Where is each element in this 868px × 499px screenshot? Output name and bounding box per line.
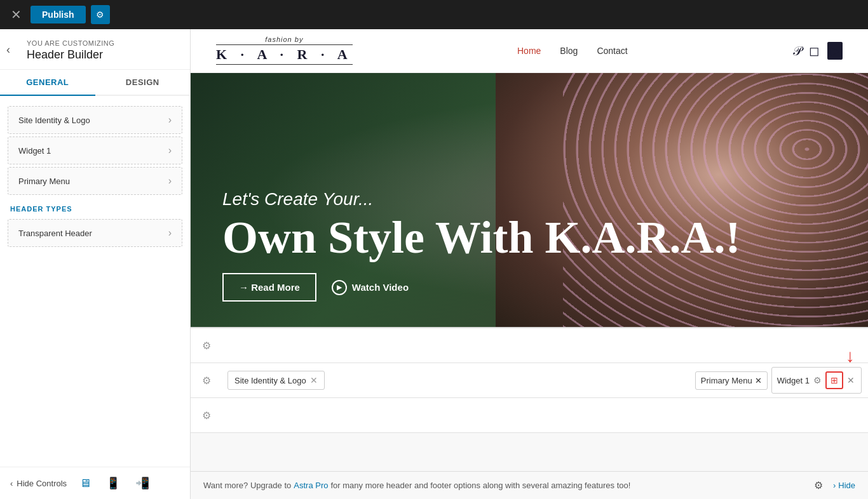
sidebar-item-transparent-header[interactable]: Transparent Header › [8,219,182,247]
device-mobile-button[interactable]: 📲 [133,474,152,493]
primary-menu-chip[interactable]: Primary Menu ✕ [695,371,768,390]
play-circle-icon: ▶ [332,280,347,295]
device-desktop-button[interactable]: 🖥 [77,474,93,493]
site-logo: fashion by K · A · R · A [216,36,353,66]
widget1-chip: Widget 1 ⚙ ⊞ ↓ ✕ [771,367,862,394]
builder-row-bottom-content [222,398,868,432]
builder-row-bottom: ⚙ [191,398,868,433]
pinterest-icon[interactable]: 𝒫 [792,44,801,58]
add-widget-button[interactable]: ⊞ [825,371,843,389]
social-icons: 𝒫 ◻ ▶ [792,42,843,60]
hero-buttons: → Read More ▶ Watch Video [222,273,740,302]
hide-controls-button[interactable]: ‹ Hide Controls [10,479,67,488]
primary-menu-chip-close[interactable]: ✕ [755,376,762,385]
tab-design[interactable]: DESIGN [95,70,191,96]
sidebar-title: Header Builder [27,48,180,62]
watch-video-label: Watch Video [352,282,409,293]
publish-button[interactable]: Publish [31,6,86,23]
chevron-right-icon: › [168,145,172,156]
sidebar-items-list: Site Identity & Logo › Widget 1 › Primar… [0,96,190,257]
astra-pro-link[interactable]: Astra Pro [294,481,328,490]
sidebar-item-label: Site Identity & Logo [18,116,90,125]
chevron-right-icon: › [168,227,172,239]
nav-blog[interactable]: Blog [560,46,578,56]
close-button[interactable]: ✕ [6,5,25,24]
youtube-icon[interactable]: ▶ [827,42,843,60]
hero-subtitle: Let's Create Your... [222,189,740,210]
footer-hide-button[interactable]: › Hide [833,481,855,490]
sidebar-item-label: Primary Menu [18,176,70,186]
device-tablet-button[interactable]: 📱 [104,474,123,493]
builder-row-bottom-gear[interactable]: ⚙ [191,409,222,422]
footer-gear-button[interactable]: ⚙ [814,479,823,491]
nav-home[interactable]: Home [517,46,541,56]
main-layout: ‹ You are customizing Header Builder GEN… [0,29,868,499]
sidebar-item-label: Transparent Header [18,229,92,238]
hero-section: Let's Create Your... Own Style With K.A.… [191,73,868,327]
hero-title: Own Style With K.A.R.A.! [222,215,740,260]
watch-video-button[interactable]: ▶ Watch Video [332,280,409,295]
widget1-gear-button[interactable]: ⚙ [812,374,823,387]
sidebar-header: ‹ You are customizing Header Builder [0,29,190,70]
topbar-gear-button[interactable]: ⚙ [91,5,110,24]
customizing-label: You are customizing [27,39,180,47]
top-bar: ✕ Publish ⚙ [0,0,868,29]
sidebar-bottom-bar: ‹ Hide Controls 🖥 📱 📲 [0,467,190,499]
red-arrow-indicator: ↓ [846,346,855,366]
chevron-right-icon: › [168,175,172,187]
builder-row-middle-gear[interactable]: ⚙ [191,375,222,387]
footer-bar-right: ⚙ › Hide [814,479,855,491]
chevron-right-icon: › [168,114,172,126]
chevron-left-icon: ‹ [10,479,13,488]
hide-controls-label: Hide Controls [17,479,67,488]
builder-row-middle-right: Primary Menu ✕ Widget 1 ⚙ ⊞ ↓ ✕ [695,367,868,394]
footer-text-before: Want more? Upgrade to [203,481,291,490]
tab-general[interactable]: GENERAL [0,70,95,96]
builder-row-top: ⚙ [191,328,868,363]
site-navigation: Home Blog Contact [517,46,628,56]
site-header: fashion by K · A · R · A Home Blog Conta… [191,29,868,73]
preview-area: fashion by K · A · R · A Home Blog Conta… [191,29,868,499]
chevron-down-icon: › [833,481,836,490]
widget1-close-button[interactable]: ✕ [846,374,856,387]
logo-line-divider [216,44,353,45]
builder-row-middle-content: Site Identity & Logo ✕ [222,363,695,397]
footer-hide-label: Hide [838,481,855,490]
logo-fashion-text: fashion by [265,36,303,43]
primary-menu-chip-label: Primary Menu [701,376,752,385]
site-identity-chip-label: Site Identity & Logo [234,376,306,385]
sidebar-item-primary-menu[interactable]: Primary Menu › [8,167,182,195]
builder-row-top-gear[interactable]: ⚙ [191,340,222,352]
footer-text-after: for many more header and footer options … [330,481,630,490]
header-builder-area: ⚙ ⚙ Site Identity & Logo ✕ Primary Menu … [191,327,868,471]
widget1-chip-label: Widget 1 [777,376,810,385]
sidebar: ‹ You are customizing Header Builder GEN… [0,29,191,499]
sidebar-tabs: GENERAL DESIGN [0,70,190,96]
footer-bar: Want more? Upgrade to Astra Pro for many… [191,471,868,499]
site-identity-chip-close[interactable]: ✕ [310,375,318,385]
header-types-label: HEADER TYPES [0,197,190,216]
hero-content: Let's Create Your... Own Style With K.A.… [222,189,740,302]
sidebar-item-site-identity[interactable]: Site Identity & Logo › [8,106,182,134]
sidebar-item-label: Widget 1 [18,146,51,156]
read-more-button[interactable]: → Read More [222,273,316,302]
site-identity-chip[interactable]: Site Identity & Logo ✕ [227,371,325,390]
builder-row-middle: ⚙ Site Identity & Logo ✕ Primary Menu ✕ … [191,363,868,398]
logo-kara-text: K · A · R · A [216,46,353,63]
logo-line-divider [216,64,353,65]
sidebar-back-button[interactable]: ‹ [6,43,10,56]
builder-row-top-content [222,328,868,363]
instagram-icon[interactable]: ◻ [809,43,820,58]
nav-contact[interactable]: Contact [597,46,627,56]
sidebar-item-widget1[interactable]: Widget 1 › [8,136,182,164]
